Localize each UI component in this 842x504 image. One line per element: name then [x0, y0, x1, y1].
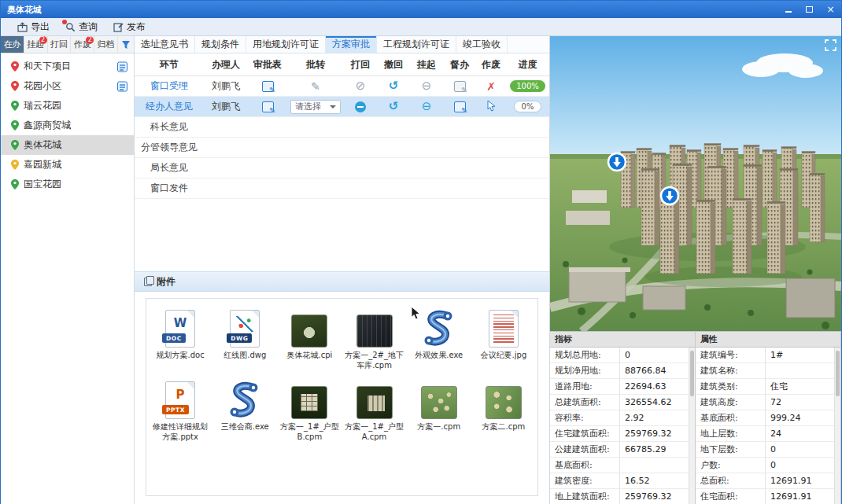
project-item-aotihuacheng[interactable]: 奥体花城	[1, 135, 134, 155]
map-marker[interactable]	[661, 187, 678, 204]
file-item[interactable]: 方案一_1#_户型A.cpm	[342, 373, 406, 442]
suspend-icon[interactable]	[422, 80, 432, 92]
video-exe-icon	[227, 381, 262, 419]
file-item[interactable]: 奥体花城.cpi	[277, 302, 342, 370]
withdraw-icon[interactable]	[389, 101, 399, 112]
table-row: 基底面积:999.24	[696, 410, 840, 426]
voided-count-badge: 2	[86, 36, 94, 44]
export-button[interactable]: 导出	[10, 19, 57, 35]
attachment-icon	[144, 278, 152, 286]
maximize-button[interactable]	[799, 1, 820, 18]
progress-badge: 0%	[514, 101, 542, 112]
export-label: 导出	[31, 20, 50, 34]
file-name: 外观效果.exe	[415, 351, 463, 361]
void-icon[interactable]	[486, 81, 496, 92]
file-item[interactable]: 外观效果.exe	[407, 302, 471, 370]
tab-voided[interactable]: 作废2	[71, 36, 94, 53]
indicators-title: 指标	[550, 332, 695, 348]
step-link[interactable]: 窗口受理	[150, 79, 188, 93]
approval-form-icon[interactable]	[262, 81, 274, 92]
fullscreen-icon[interactable]	[825, 39, 836, 53]
map-pin-yellow-icon	[11, 160, 19, 170]
table-row: 建筑高度:72	[696, 395, 840, 410]
supervise-icon[interactable]	[454, 81, 466, 92]
file-item[interactable]: 方案一_2#_地下车库.cpm	[342, 302, 406, 370]
step-link[interactable]: 经办人意见	[146, 100, 193, 113]
publish-label: 发布	[127, 20, 146, 34]
project-item-ruiyun[interactable]: 瑞云花园	[1, 96, 134, 116]
close-button[interactable]: ×	[820, 1, 841, 18]
return-disabled-icon[interactable]	[356, 80, 366, 92]
file-item[interactable]: PPPTX 修建性详细规划方案.pptx	[148, 373, 212, 442]
table-row: 总建筑面积:326554.62	[550, 395, 695, 410]
pptx-file-icon: PPPTX	[165, 381, 195, 419]
suspend-icon[interactable]	[422, 101, 432, 112]
attachments-header: 附件	[135, 271, 549, 292]
handler-name: 刘鹏飞	[212, 100, 240, 113]
project-name: 嘉园新城	[24, 158, 61, 171]
project-item-jiayuan[interactable]: 嘉园新城	[1, 155, 134, 175]
notification-dot	[62, 20, 67, 24]
file-name: 红线图.dwg	[223, 351, 266, 361]
file-item[interactable]: DWG 红线图.dwg	[212, 302, 277, 370]
tab-site-opinion[interactable]: 选址意见书	[135, 36, 195, 53]
table-row: 地上层数:24	[696, 426, 840, 442]
project-item-hetianxia[interactable]: 和天下项目	[1, 57, 134, 76]
file-item[interactable]: 会议纪要.jpg	[471, 302, 536, 370]
approval-form-icon[interactable]	[262, 101, 274, 112]
table-row: 公建建筑面积:66785.29	[550, 442, 695, 458]
map-marker[interactable]	[608, 153, 626, 171]
map-pin-green-icon	[11, 179, 19, 189]
stage-tabs: 选址意见书 规划条件 用地规划许可证 方案审批 工程规划许可证 竣工验收	[135, 36, 549, 53]
tab-returned[interactable]: 打回	[48, 36, 72, 53]
forward-select[interactable]: 请选择	[290, 100, 341, 114]
app-window: 奥体花城 × 导出 查询 发布	[0, 0, 842, 504]
project-name: 花园小区	[24, 79, 61, 93]
tab-land-permit[interactable]: 用地规划许可证	[246, 36, 326, 53]
return-icon[interactable]	[355, 101, 366, 112]
step-label: 局长意见	[150, 161, 188, 175]
project-name: 奥体花城	[24, 138, 61, 152]
export-icon	[17, 22, 28, 32]
forward-pen-icon[interactable]	[311, 81, 320, 92]
minimize-button[interactable]	[777, 1, 799, 18]
model-thumbnail-icon	[486, 386, 522, 419]
publish-button[interactable]: 发布	[106, 19, 153, 35]
viewer-panel: 指标 规划总用地:0 规划净用地:88766.84 道路用地:22694.63 …	[550, 36, 841, 504]
scrollbar-thumb[interactable]	[690, 351, 694, 396]
void-cursor-icon[interactable]	[487, 101, 496, 113]
table-row: 基底面积:	[550, 458, 695, 473]
attachments-title: 附件	[157, 275, 175, 289]
scrollbar-thumb[interactable]	[836, 351, 840, 396]
project-item-guobao[interactable]: 国宝花园	[1, 175, 134, 194]
tab-planning-conditions[interactable]: 规划条件	[195, 36, 246, 53]
project-name: 和天下项目	[24, 60, 71, 73]
tab-inprogress[interactable]: 在办	[1, 36, 24, 53]
project-item-huayuanxiaoqu[interactable]: 花园小区	[1, 76, 134, 96]
project-item-xinyuan[interactable]: 鑫源商贸城	[1, 116, 134, 135]
withdraw-icon[interactable]	[389, 80, 399, 92]
main-panel: 选址意见书 规划条件 用地规划许可证 方案审批 工程规划许可证 竣工验收 环节 …	[135, 36, 550, 504]
file-item[interactable]: 方案二.cpm	[471, 373, 536, 442]
file-name: 方案二.cpm	[482, 422, 526, 432]
table-row: 建筑编号:1#	[696, 348, 840, 363]
file-name: 方案一_1#_户型B.cpm	[279, 422, 340, 442]
table-row: 建筑类别:住宅	[696, 379, 840, 395]
properties-title: 属性	[696, 332, 840, 348]
tab-project-permit[interactable]: 工程规划许可证	[377, 36, 456, 53]
tab-suspended[interactable]: 挂起2	[24, 36, 48, 53]
search-button[interactable]: 查询	[58, 19, 105, 35]
tab-scheme-approval[interactable]: 方案审批	[326, 36, 377, 53]
handler-name: 刘鹏飞	[212, 79, 240, 93]
scene-3d[interactable]	[550, 36, 841, 331]
tab-archived[interactable]: 归档	[94, 36, 118, 53]
file-item[interactable]: WDOC 规划方案.doc	[148, 302, 212, 370]
file-item[interactable]: 方案一_1#_户型B.cpm	[277, 373, 342, 442]
supervise-icon[interactable]	[454, 101, 466, 112]
file-item[interactable]: 三维会商.exe	[212, 373, 277, 442]
publish-icon	[113, 22, 124, 32]
file-name: 规划方案.doc	[157, 351, 205, 361]
filter-icon[interactable]	[118, 36, 134, 53]
file-item[interactable]: 方案一.cpm	[407, 373, 471, 442]
tab-completion-acceptance[interactable]: 竣工验收	[456, 36, 508, 53]
